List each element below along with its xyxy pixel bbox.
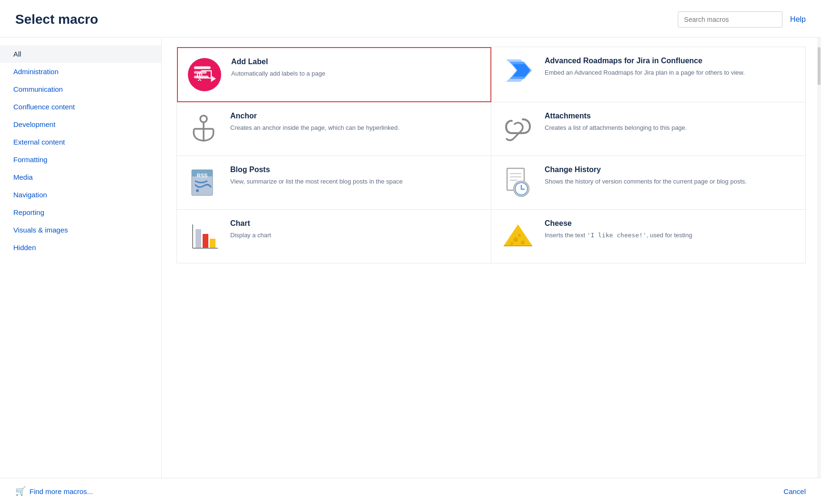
macro-desc-blog-posts: View, summarize or list the most recent … — [230, 177, 483, 186]
macro-name-add-label: Add Label — [231, 58, 483, 66]
sidebar-item-communication[interactable]: Communication — [0, 80, 161, 98]
sidebar-item-administration[interactable]: Administration — [0, 63, 161, 80]
macro-name-change-history: Change History — [545, 165, 798, 174]
macro-icon-blog-posts: RSS — [185, 164, 223, 202]
svg-point-15 — [196, 189, 199, 192]
sidebar-item-hidden[interactable]: Hidden — [0, 239, 161, 256]
macro-icon-advanced-roadmaps — [499, 55, 537, 93]
macro-desc-anchor: Creates an anchor inside the page, which… — [230, 123, 483, 133]
macro-info-blog-posts: Blog PostsView, summarize or list the mo… — [230, 164, 483, 186]
help-link[interactable]: Help — [790, 15, 806, 24]
sidebar-item-navigation[interactable]: Navigation — [0, 186, 161, 204]
sidebar-item-reporting[interactable]: Reporting — [0, 204, 161, 221]
macro-icon-cheese — [499, 217, 537, 255]
macro-info-add-label: Add LabelAutomatically add labels to a p… — [231, 56, 483, 78]
sidebar-item-external-content[interactable]: External content — [0, 133, 161, 151]
scrollbar-thumb[interactable] — [818, 47, 821, 85]
sidebar-item-visuals-images[interactable]: Visuals & images — [0, 221, 161, 239]
macro-item-cheese[interactable]: CheeseInserts the text 'I like cheese!',… — [491, 209, 806, 263]
macro-icon-change-history — [499, 164, 537, 202]
sidebar-item-formatting[interactable]: Formatting — [0, 151, 161, 168]
macro-name-cheese: Cheese — [545, 219, 798, 228]
svg-point-34 — [510, 242, 513, 245]
macro-item-attachments[interactable]: AttachmentsCreates a list of attachments… — [491, 102, 806, 156]
svg-point-33 — [521, 241, 525, 244]
svg-rect-24 — [195, 229, 201, 248]
macro-name-attachments: Attachments — [545, 112, 798, 120]
marketplace-icon: 🛒 — [15, 486, 26, 496]
find-more-link[interactable]: 🛒 Find more macros... — [15, 486, 93, 496]
svg-text:RSS: RSS — [197, 173, 208, 178]
macros-main-content: 🏷 Add LabelAutomatically add labels to a… — [162, 38, 821, 478]
macro-item-advanced-roadmaps[interactable]: Advanced Roadmaps for Jira in Confluence… — [491, 47, 806, 102]
macro-desc-change-history: Shows the history of version comments fo… — [545, 177, 798, 186]
sidebar-item-confluence-content[interactable]: Confluence content — [0, 98, 161, 116]
macro-name-blog-posts: Blog Posts — [230, 165, 483, 174]
svg-point-32 — [513, 237, 518, 242]
macro-desc-add-label: Automatically add labels to a page — [231, 69, 483, 78]
macro-icon-add-label: 🏷 — [186, 56, 224, 94]
search-input[interactable] — [678, 11, 782, 28]
cancel-button[interactable]: Cancel — [783, 487, 806, 495]
macro-item-anchor[interactable]: AnchorCreates an anchor inside the page,… — [176, 102, 491, 156]
sidebar-item-media[interactable]: Media — [0, 168, 161, 186]
svg-rect-26 — [210, 239, 215, 248]
macro-info-advanced-roadmaps: Advanced Roadmaps for Jira in Confluence… — [545, 55, 798, 78]
macro-info-anchor: AnchorCreates an anchor inside the page,… — [230, 110, 483, 133]
macro-icon-chart — [185, 217, 223, 255]
macro-icon-attachments — [499, 110, 537, 148]
svg-point-35 — [518, 234, 521, 237]
macro-name-chart: Chart — [230, 219, 483, 228]
dialog-body: AllAdministrationCommunicationConfluence… — [0, 38, 821, 478]
svg-rect-3 — [194, 71, 207, 74]
svg-rect-25 — [203, 234, 208, 248]
macro-name-anchor: Anchor — [230, 112, 483, 120]
macro-info-chart: ChartDisplay a chart — [230, 217, 483, 240]
find-more-label: Find more macros... — [29, 487, 93, 495]
macro-item-blog-posts[interactable]: RSS Blog PostsView, summarize or list th… — [176, 155, 491, 210]
macro-desc-cheese: Inserts the text 'I like cheese!', used … — [545, 231, 798, 240]
svg-rect-4 — [194, 76, 209, 78]
svg-marker-30 — [504, 224, 532, 246]
macro-info-change-history: Change HistoryShows the history of versi… — [545, 164, 798, 186]
scrollbar-track[interactable] — [817, 38, 821, 478]
dialog-title: Select macro — [15, 12, 98, 27]
macro-item-change-history[interactable]: Change HistoryShows the history of versi… — [491, 155, 806, 210]
macro-info-cheese: CheeseInserts the text 'I like cheese!',… — [545, 217, 798, 240]
dialog-header: Select macro Help — [0, 0, 821, 38]
macro-desc-advanced-roadmaps: Embed an Advanced Roadmaps for Jira plan… — [545, 68, 798, 78]
sidebar-item-development[interactable]: Development — [0, 116, 161, 133]
dialog-footer: 🛒 Find more macros... Cancel — [0, 478, 821, 504]
macro-desc-chart: Display a chart — [230, 231, 483, 240]
macro-name-advanced-roadmaps: Advanced Roadmaps for Jira in Confluence — [545, 57, 798, 65]
macro-item-chart[interactable]: ChartDisplay a chart — [176, 209, 491, 263]
macro-icon-anchor — [185, 110, 223, 148]
svg-point-9 — [200, 116, 207, 122]
macro-desc-attachments: Creates a list of attachments belonging … — [545, 123, 798, 133]
category-sidebar: AllAdministrationCommunicationConfluence… — [0, 38, 162, 478]
sidebar-item-all[interactable]: All — [0, 45, 161, 63]
macro-info-attachments: AttachmentsCreates a list of attachments… — [545, 110, 798, 133]
svg-rect-2 — [194, 67, 211, 69]
macro-item-add-label[interactable]: 🏷 Add LabelAutomatically add labels to a… — [177, 47, 491, 102]
macros-grid: 🏷 Add LabelAutomatically add labels to a… — [177, 47, 806, 263]
select-macro-dialog: Select macro Help AllAdministrationCommu… — [0, 0, 821, 504]
header-controls: Help — [678, 11, 806, 28]
